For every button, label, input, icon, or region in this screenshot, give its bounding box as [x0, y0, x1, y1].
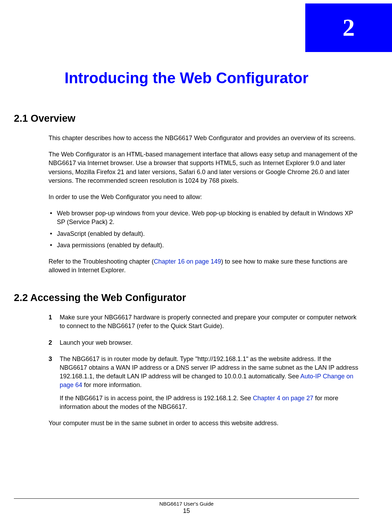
list-item: Java permissions (enabled by default).	[49, 241, 359, 250]
requirements-list: Web browser pop-up windows from your dev…	[49, 209, 359, 250]
step-number: 2	[49, 338, 52, 347]
step-number: 3	[49, 355, 52, 363]
chapter-number: 2	[343, 14, 355, 42]
list-item: 1 Make sure your NBG6617 hardware is pro…	[49, 313, 359, 331]
step-sub-text: If the NBG6617 is in access point, the I…	[60, 394, 359, 411]
chapter-title: Introducing the Web Configurator	[14, 69, 359, 87]
overview-paragraph-1: This chapter describes how to access the…	[49, 134, 359, 143]
text: If the NBG6617 is in access point, the I…	[60, 395, 253, 402]
step-text: Launch your web browser.	[60, 339, 133, 346]
list-item: 2 Launch your web browser.	[49, 338, 359, 347]
step-text: for more information.	[82, 381, 142, 388]
list-item: Web browser pop-up windows from your dev…	[49, 209, 359, 226]
page-content: Introducing the Web Configurator 2.1 Ove…	[0, 0, 392, 532]
list-item: 3 The NBG6617 is in router mode by defau…	[49, 355, 359, 411]
steps-list: 1 Make sure your NBG6617 hardware is pro…	[49, 313, 359, 411]
list-item: JavaScript (enabled by default).	[49, 230, 359, 238]
chapter-number-box: 2	[305, 3, 392, 52]
page-footer: NBG6617 User's Guide 15	[14, 498, 359, 515]
link-chapter-16[interactable]: Chapter 16 on page 149	[154, 258, 221, 265]
link-chapter-4[interactable]: Chapter 4 on page 27	[253, 395, 313, 402]
closing-paragraph: Your computer must be in the same subnet…	[49, 419, 359, 428]
step-text: Make sure your NBG6617 hardware is prope…	[60, 314, 356, 329]
overview-paragraph-4: Refer to the Troubleshooting chapter (Ch…	[49, 257, 359, 275]
step-number: 1	[49, 313, 52, 322]
section-heading-overview: 2.1 Overview	[14, 113, 359, 124]
overview-paragraph-2: The Web Configurator is an HTML-based ma…	[49, 150, 359, 185]
text: Refer to the Troubleshooting chapter (	[49, 258, 154, 265]
footer-title: NBG6617 User's Guide	[159, 501, 213, 507]
section-heading-accessing: 2.2 Accessing the Web Configurator	[14, 292, 359, 303]
page-number: 15	[14, 507, 359, 515]
overview-paragraph-3: In order to use the Web Configurator you…	[49, 193, 359, 201]
